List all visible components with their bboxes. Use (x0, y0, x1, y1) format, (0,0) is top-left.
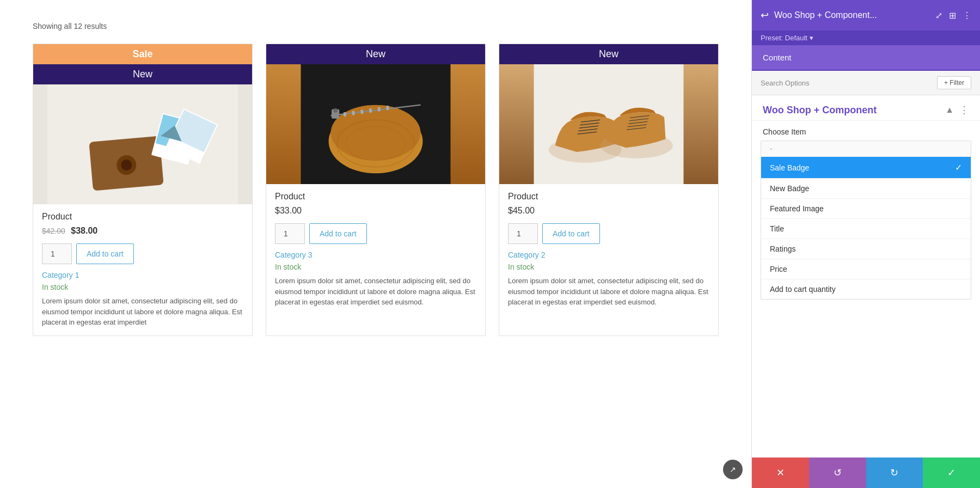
preset-chevron[interactable]: ▾ (810, 34, 813, 42)
svg-rect-18 (386, 106, 389, 110)
preset-label: Preset: Default (761, 34, 807, 42)
product-card-1: Sale New Produc (33, 44, 253, 336)
product-name-1: Product (42, 212, 243, 222)
save-icon: ✓ (947, 467, 955, 479)
in-stock-3: In stock (508, 263, 709, 271)
badge-sale-1: Sale (33, 44, 252, 64)
in-stock-1: In stock (42, 283, 243, 291)
qty-input-1[interactable] (42, 243, 72, 264)
dropdown-item-label: Price (770, 265, 787, 273)
svg-rect-15 (360, 109, 363, 114)
dropdown-separator[interactable]: - (761, 141, 971, 157)
dropdown-item-label: Featured Image (770, 204, 824, 213)
price-regular-3: $45.00 (508, 206, 535, 215)
description-3: Lorem ipsum dolor sit amet, consectetur … (508, 276, 709, 308)
description-2: Lorem ipsum dolor sit amet, consectetur … (275, 276, 476, 308)
dropdown-item-new-badge[interactable]: New Badge (761, 179, 971, 199)
showing-results: Showing all 12 results (33, 22, 719, 30)
add-to-cart-row-2: Add to cart (275, 223, 476, 244)
reset-button[interactable]: ↺ (809, 457, 866, 488)
svg-rect-14 (352, 111, 354, 115)
svg-rect-17 (378, 107, 381, 111)
product-info-1: Product $42.00 $38.00 Add to cart Catego… (33, 204, 252, 335)
category-link-2[interactable]: Category 3 (275, 251, 476, 259)
dropdown-item-label: New Badge (770, 184, 809, 193)
product-name-2: Product (275, 192, 476, 202)
qty-input-2[interactable] (275, 223, 305, 244)
add-to-cart-row-1: Add to cart (42, 243, 243, 264)
description-1: Lorem ipsum dolor sit amet, consectetur … (42, 296, 243, 328)
price-regular-2: $33.00 (275, 206, 302, 215)
category-link-1[interactable]: Category 1 (42, 271, 243, 279)
redo-icon: ↻ (890, 467, 898, 479)
product-card-2: New (266, 44, 486, 336)
filter-button[interactable]: + Filter (937, 76, 971, 89)
dropdown-item-label: Title (770, 224, 784, 233)
component-title: Woo Shop + Component (763, 105, 945, 116)
dropdown-item-ratings[interactable]: Ratings (761, 239, 971, 259)
product-info-2: Product $33.00 Add to cart Category 3 In… (266, 184, 485, 315)
add-to-cart-btn-1[interactable]: Add to cart (76, 243, 134, 264)
panel-title: Woo Shop + Component... (774, 10, 930, 20)
dropdown-item-label: Ratings (770, 245, 795, 253)
panel-spacer (752, 300, 980, 457)
split-icon[interactable]: ⊞ (949, 10, 956, 21)
dropdown-item-title[interactable]: Title (761, 219, 971, 239)
chevron-up-icon[interactable]: ▲ (945, 105, 954, 115)
category-link-3[interactable]: Category 2 (508, 251, 709, 259)
component-dots-icon[interactable]: ⋮ (959, 104, 969, 116)
product-image-2 (266, 64, 485, 184)
price-row-1: $42.00 $38.00 (42, 226, 243, 236)
add-to-cart-btn-2[interactable]: Add to cart (309, 223, 367, 244)
price-sale-1: $38.00 (71, 226, 97, 235)
price-original-1: $42.00 (42, 227, 65, 235)
dropdown-item-featured-image[interactable]: Featured Image (761, 199, 971, 219)
back-icon[interactable]: ↩ (761, 9, 769, 21)
dropdown-item-label: Sale Badge (770, 163, 809, 172)
badge-new-1: New (33, 64, 252, 84)
more-icon[interactable]: ⋮ (963, 10, 971, 21)
add-to-cart-row-3: Add to cart (508, 223, 709, 244)
panel-header: ↩ Woo Shop + Component... ⤢ ⊞ ⋮ (752, 0, 980, 30)
redo-button[interactable]: ↻ (866, 457, 923, 488)
price-row-2: $33.00 (275, 206, 476, 216)
search-options-label: Search Options (761, 79, 933, 87)
svg-rect-13 (344, 112, 346, 117)
dropdown-item-add-to-cart-quantity[interactable]: Add to cart quantity (761, 279, 971, 300)
product-info-3: Product $45.00 Add to cart Category 2 In… (499, 184, 718, 315)
qty-input-3[interactable] (508, 223, 538, 244)
add-to-cart-btn-3[interactable]: Add to cart (542, 223, 600, 244)
choose-item-label: Choose Item (752, 121, 980, 141)
svg-point-20 (333, 108, 338, 113)
badge-new-2: New (266, 44, 485, 64)
compass-icon[interactable]: ↗ (723, 460, 743, 479)
content-tab[interactable]: Content (752, 45, 980, 71)
component-header: Woo Shop + Component ▲ ⋮ (752, 95, 980, 121)
product-image-1 (33, 84, 252, 204)
product-card-3: New (499, 44, 719, 336)
in-stock-2: In stock (275, 263, 476, 271)
dropdown-item-price[interactable]: Price (761, 259, 971, 279)
component-header-icons: ▲ ⋮ (945, 104, 969, 116)
cancel-icon: ✕ (776, 467, 785, 479)
products-grid: Sale New Produc (33, 44, 719, 336)
panel-header-icons: ⤢ ⊞ ⋮ (935, 10, 971, 21)
dropdown-item-sale-badge[interactable]: Sale Badge ✓ (761, 157, 971, 179)
badge-new-3: New (499, 44, 718, 64)
dropdown-item-label: Add to cart quantity (770, 285, 836, 294)
search-options-bar: Search Options + Filter (752, 71, 980, 95)
fullscreen-icon[interactable]: ⤢ (935, 10, 942, 21)
reset-icon: ↺ (834, 467, 842, 479)
price-row-3: $45.00 (508, 206, 709, 216)
save-button[interactable]: ✓ (923, 457, 980, 488)
bottom-toolbar: ✕ ↺ ↻ ✓ (752, 457, 980, 488)
right-panel: ↩ Woo Shop + Component... ⤢ ⊞ ⋮ Preset: … (751, 0, 980, 488)
dropdown-list: - Sale Badge ✓ New Badge Featured Image … (761, 141, 971, 300)
cancel-button[interactable]: ✕ (752, 457, 809, 488)
svg-rect-16 (369, 108, 372, 113)
main-content: Showing all 12 results Sale New (0, 0, 751, 488)
product-name-3: Product (508, 192, 709, 202)
preset-bar: Preset: Default ▾ (752, 30, 980, 45)
check-icon: ✓ (955, 162, 962, 173)
product-image-3 (499, 64, 718, 184)
